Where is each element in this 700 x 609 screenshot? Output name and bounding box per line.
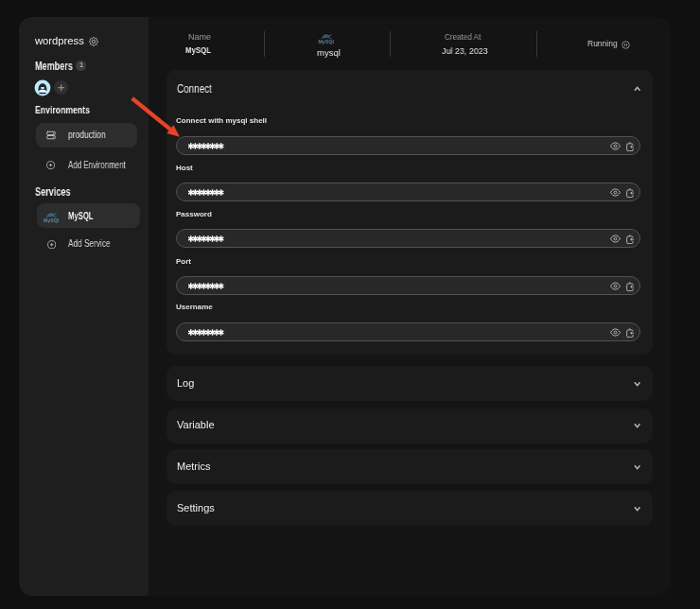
svg-text:MySQL: MySQL bbox=[319, 39, 335, 44]
svg-text:MySQL: MySQL bbox=[44, 218, 59, 223]
